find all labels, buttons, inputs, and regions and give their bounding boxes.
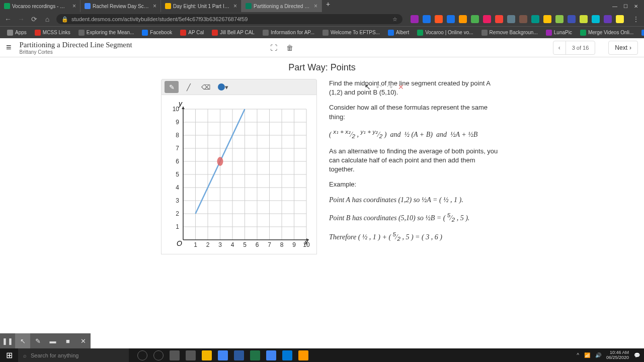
volume-icon[interactable]: 🔊: [595, 352, 601, 358]
extension-icon[interactable]: [555, 15, 564, 23]
taskbar-app[interactable]: [248, 348, 263, 362]
extension-icon[interactable]: [507, 15, 515, 23]
bookmark-item[interactable]: Apps: [4, 30, 30, 36]
close-recorder-button[interactable]: ✕: [75, 333, 91, 348]
extension-icon[interactable]: [531, 15, 539, 23]
svg-text:3: 3: [176, 197, 179, 204]
extension-icon[interactable]: [519, 15, 527, 23]
screen-recorder-toolbar: ❚❚ ↖ ✎ ▬ ■ ✕: [0, 333, 91, 348]
close-icon[interactable]: ×: [314, 3, 317, 10]
bookmark-item[interactable]: Remove Backgroun...: [478, 30, 541, 36]
browser-tab-active[interactable]: Partitioning a Directed Line Segm ×: [242, 0, 322, 12]
graph-canvas[interactable]: 1234567891012345678910 y x O: [161, 95, 317, 254]
tray-chevron-icon[interactable]: ^: [577, 352, 579, 358]
close-window-icon[interactable]: ✕: [634, 4, 638, 9]
pencil-tool[interactable]: ✎: [165, 81, 179, 93]
bookmark-item[interactable]: LunaPic: [543, 30, 575, 36]
fullscreen-icon[interactable]: ⛶: [270, 44, 277, 52]
extension-icon[interactable]: [580, 15, 588, 23]
cursor-button[interactable]: ↖: [15, 333, 30, 348]
extension-icon[interactable]: [471, 15, 479, 23]
line-tool[interactable]: ╱: [182, 81, 196, 93]
hamburger-menu-icon[interactable]: ≡: [6, 42, 12, 53]
taskbar-search[interactable]: ⌕ Search for anything: [18, 348, 129, 362]
undo-icon[interactable]: ↶: [376, 83, 382, 91]
prev-page-button[interactable]: ‹: [553, 41, 566, 54]
taskbar-app[interactable]: [151, 348, 166, 362]
back-button[interactable]: ←: [4, 15, 12, 23]
example-a: Point A has coordinates (1,2) so ½A = ( …: [329, 195, 500, 205]
menu-icon[interactable]: ⋮: [632, 15, 640, 23]
taskbar-app[interactable]: [264, 348, 279, 362]
taskbar-app[interactable]: [167, 348, 182, 362]
trash-icon[interactable]: 🗑: [286, 44, 293, 52]
extension-icon[interactable]: [423, 15, 431, 23]
close-icon[interactable]: ×: [72, 3, 76, 10]
new-tab-button[interactable]: +: [322, 0, 334, 12]
extension-icon[interactable]: [459, 15, 467, 23]
taskbar-app[interactable]: [296, 348, 311, 362]
svg-text:5: 5: [176, 171, 179, 178]
start-button[interactable]: ⊞: [0, 348, 18, 362]
close-icon[interactable]: ×: [153, 3, 156, 10]
clock[interactable]: 10:46 AM 06/25/2020: [606, 350, 629, 360]
extension-icon[interactable]: [604, 15, 612, 23]
clear-icon[interactable]: ✕: [398, 83, 404, 91]
taskbar-app[interactable]: [135, 348, 150, 362]
extension-icon[interactable]: [447, 15, 455, 23]
close-icon[interactable]: ×: [233, 3, 237, 10]
pen-button[interactable]: ✎: [30, 333, 45, 348]
pause-button[interactable]: ❚❚: [0, 333, 15, 348]
bookmark-item[interactable]: Facebook: [139, 30, 175, 36]
browser-tab[interactable]: Rachel Review Day Script - Goog ×: [80, 0, 161, 12]
eraser-tool[interactable]: ⌫: [199, 81, 213, 93]
notifications-icon[interactable]: 💬: [634, 352, 640, 358]
extension-icon[interactable]: [495, 15, 503, 23]
bookmark-item[interactable]: Jill Bell AP CAL: [209, 30, 258, 36]
redo-icon[interactable]: ↷: [387, 83, 393, 91]
svg-text:2: 2: [206, 241, 210, 248]
reload-button[interactable]: ⟳: [30, 15, 38, 23]
svg-text:1: 1: [194, 241, 197, 248]
extension-icon[interactable]: [483, 15, 491, 23]
bookmark-item[interactable]: Albert: [385, 30, 412, 36]
taskbar-app[interactable]: [280, 348, 295, 362]
prompt-text: Find the midpoint of the line segment cr…: [329, 79, 500, 97]
browser-tab[interactable]: Day Eight: Unit 1 Part I Review & ×: [161, 0, 242, 12]
highlighter-button[interactable]: ▬: [45, 333, 60, 348]
maximize-icon[interactable]: ☐: [623, 4, 628, 9]
bookmark-item[interactable]: Vocaroo | Online vo...: [414, 30, 476, 36]
extension-icon[interactable]: [568, 15, 576, 23]
browser-tab[interactable]: Vocaroo recordings - Google Dr ×: [0, 0, 80, 12]
address-bar[interactable]: 🔒 student.desmos.com/activitybuilder/stu…: [56, 14, 403, 24]
extension-icon[interactable]: [411, 15, 419, 23]
home-button[interactable]: ⌂: [43, 15, 51, 23]
bookmark-item[interactable]: Welcome To EFTPS...: [319, 30, 383, 36]
camera-button[interactable]: ■: [60, 333, 75, 348]
bookmark-item[interactable]: Securly: [638, 30, 644, 36]
extension-icon[interactable]: [435, 15, 443, 23]
wifi-icon[interactable]: 📶: [584, 352, 590, 358]
svg-text:y: y: [178, 100, 183, 108]
extension-icon[interactable]: [616, 15, 624, 23]
svg-text:6: 6: [176, 158, 179, 165]
svg-text:2: 2: [176, 210, 179, 217]
taskbar-app[interactable]: [215, 348, 230, 362]
taskbar-app[interactable]: [199, 348, 214, 362]
star-icon[interactable]: ☆: [392, 16, 397, 23]
extension-icon[interactable]: [592, 15, 600, 23]
svg-text:5: 5: [243, 241, 247, 248]
bookmark-item[interactable]: MCSS Links: [32, 30, 73, 36]
bookmark-item[interactable]: Exploring the Mean...: [75, 30, 137, 36]
extension-icon[interactable]: [543, 15, 551, 23]
svg-text:1: 1: [176, 223, 179, 230]
taskbar-app[interactable]: [231, 348, 247, 362]
minimize-icon[interactable]: —: [612, 4, 617, 9]
taskbar-app[interactable]: [183, 348, 198, 362]
color-picker[interactable]: ▾: [216, 81, 230, 93]
next-page-button[interactable]: Next›: [608, 41, 638, 55]
bookmark-item[interactable]: Information for AP...: [260, 30, 317, 36]
bookmark-item[interactable]: Merge Videos Onli...: [577, 30, 636, 36]
forward-button[interactable]: →: [17, 15, 25, 23]
bookmark-item[interactable]: AP Cal: [177, 30, 207, 36]
